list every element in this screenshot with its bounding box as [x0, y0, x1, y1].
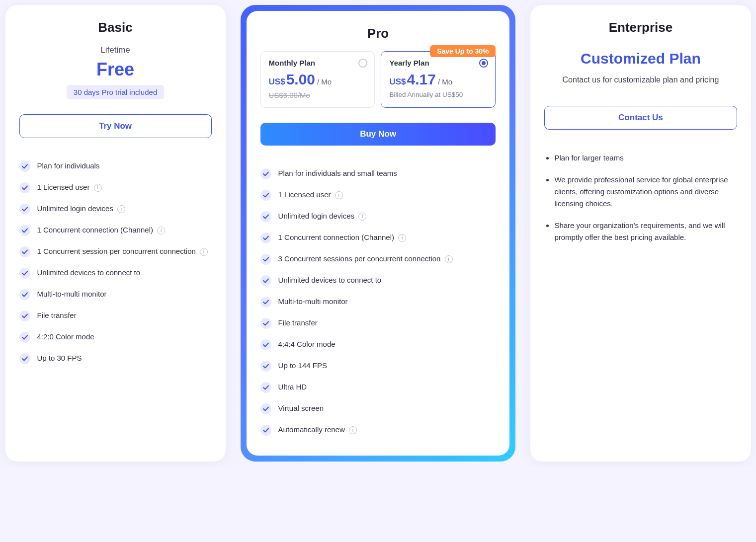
feature-item: 1 Concurrent session per concurrent conn…	[19, 241, 212, 262]
plan-options: Save Up to 30% Monthly Plan US$ 5.00 / M…	[260, 51, 496, 108]
feature-item: Unlimited login devices i	[260, 206, 496, 227]
enterprise-bullets-list: Plan for larger teamsWe provide professi…	[544, 147, 737, 248]
feature-text: 1 Concurrent connection (Channel) i	[278, 232, 496, 243]
feature-item: Unlimited devices to connect to	[19, 262, 212, 284]
plan-card-basic: Basic Lifetime Free 30 days Pro trial in…	[5, 5, 226, 462]
feature-item: Plan for individuals and small teams	[260, 163, 496, 184]
check-icon	[260, 297, 271, 308]
check-icon	[19, 204, 30, 215]
plan-price-row: US$ 4.17 / Mo	[389, 71, 487, 88]
plan-option-label: Yearly Plan	[389, 59, 487, 67]
check-icon	[260, 275, 271, 286]
plan-card-pro: Pro Save Up to 30% Monthly Plan US$ 5.00…	[247, 11, 510, 456]
feature-item: 1 Concurrent connection (Channel) i	[260, 227, 496, 248]
feature-item: Virtual screen	[260, 398, 496, 419]
basic-features-list: Plan for individuals1 Licensed user iUnl…	[19, 155, 212, 369]
check-icon	[19, 310, 30, 321]
check-icon	[260, 232, 271, 243]
feature-item: Up to 144 FPS	[260, 355, 496, 377]
feature-text: Unlimited login devices i	[278, 211, 496, 222]
enterprise-sub: Contact us for customizable plan and pri…	[544, 74, 737, 86]
info-icon[interactable]: i	[200, 248, 208, 256]
feature-text: Ultra HD	[278, 382, 496, 392]
check-icon	[260, 425, 271, 436]
plan-duration: Lifetime	[19, 45, 212, 55]
info-icon[interactable]: i	[157, 227, 165, 234]
suffix-text: / Mo	[438, 77, 452, 86]
feature-text: 3 Concurrent sessions per concurrent con…	[278, 253, 496, 264]
plan-title: Basic	[19, 20, 212, 35]
check-icon	[260, 403, 271, 414]
feature-text: File transfer	[37, 310, 212, 321]
plan-option-monthly[interactable]: Monthly Plan US$ 5.00 / Mo US$6.00/Mo	[260, 51, 375, 108]
feature-item: 3 Concurrent sessions per concurrent con…	[260, 248, 496, 270]
feature-item: Multi-to-multi monitor	[260, 291, 496, 312]
check-icon	[19, 353, 30, 364]
info-icon[interactable]: i	[335, 191, 343, 199]
plan-title: Enterprise	[544, 20, 737, 35]
feature-item: 1 Concurrent connection (Channel) i	[19, 220, 212, 241]
feature-text: 1 Concurrent session per concurrent conn…	[37, 246, 212, 257]
feature-item: Multi-to-multi monitor	[19, 284, 212, 305]
plan-option-yearly[interactable]: Yearly Plan US$ 4.17 / Mo Billed Annuall…	[381, 51, 496, 108]
amount-text: 5.00	[286, 71, 315, 88]
check-icon	[19, 332, 30, 343]
feature-item: 4:4:4 Color mode	[260, 334, 496, 355]
feature-text: 1 Concurrent connection (Channel) i	[37, 225, 212, 235]
plan-price: Free	[19, 59, 212, 80]
check-icon	[260, 211, 271, 222]
feature-item: 4:2:0 Color mode	[19, 326, 212, 348]
check-icon	[19, 268, 30, 279]
feature-text: Plan for individuals and small teams	[278, 168, 496, 179]
feature-text: Automatically renew i	[278, 424, 496, 435]
info-icon[interactable]: i	[445, 255, 453, 263]
suffix-text: / Mo	[317, 77, 332, 86]
try-now-button[interactable]: Try Now	[19, 114, 212, 138]
check-icon	[260, 190, 271, 201]
enterprise-bullet: Plan for larger teams	[554, 147, 737, 169]
contact-us-button[interactable]: Contact Us	[544, 106, 737, 130]
check-icon	[260, 361, 271, 372]
save-badge: Save Up to 30%	[430, 45, 496, 57]
plan-card-pro-wrapper: Pro Save Up to 30% Monthly Plan US$ 5.00…	[241, 5, 516, 462]
feature-text: 1 Licensed user i	[278, 189, 496, 200]
feature-text: Up to 144 FPS	[278, 360, 496, 371]
feature-text: Multi-to-multi monitor	[278, 296, 496, 307]
feature-text: File transfer	[278, 317, 496, 328]
plan-price-row: US$ 5.00 / Mo	[269, 71, 367, 88]
feature-item: File transfer	[19, 305, 212, 326]
amount-text: 4.17	[407, 71, 436, 88]
plan-title: Pro	[260, 26, 496, 41]
feature-text: 4:2:0 Color mode	[37, 331, 212, 342]
check-icon	[19, 182, 30, 193]
currency-text: US$	[389, 77, 406, 87]
check-icon	[260, 318, 271, 329]
feature-text: 1 Licensed user i	[37, 182, 212, 193]
currency-text: US$	[269, 77, 285, 87]
feature-text: Up to 30 FPS	[37, 353, 212, 364]
feature-item: Plan for individuals	[19, 155, 212, 177]
pro-features-list: Plan for individuals and small teams1 Li…	[260, 163, 496, 441]
feature-text: Unlimited devices to connect to	[37, 267, 212, 278]
info-icon[interactable]: i	[117, 205, 125, 213]
enterprise-bullet: We provide professional service for glob…	[554, 169, 737, 215]
check-icon	[260, 168, 271, 179]
buy-now-button[interactable]: Buy Now	[260, 123, 496, 146]
plan-option-label: Monthly Plan	[269, 59, 367, 67]
feature-text: Multi-to-multi monitor	[37, 289, 212, 300]
feature-text: 4:4:4 Color mode	[278, 339, 496, 350]
feature-item: Unlimited devices to connect to	[260, 270, 496, 291]
check-icon	[260, 254, 271, 265]
pricing-grid: Basic Lifetime Free 30 days Pro trial in…	[5, 5, 751, 462]
check-icon	[19, 246, 30, 257]
feature-item: Up to 30 FPS	[19, 348, 212, 369]
feature-item: File transfer	[260, 312, 496, 334]
enterprise-headline: Customized Plan	[544, 50, 737, 67]
info-icon[interactable]: i	[398, 234, 406, 242]
info-icon[interactable]: i	[358, 213, 366, 221]
info-icon[interactable]: i	[349, 426, 357, 434]
check-icon	[19, 289, 30, 300]
check-icon	[19, 225, 30, 236]
info-icon[interactable]: i	[94, 184, 102, 192]
feature-item: Automatically renew i	[260, 419, 496, 441]
